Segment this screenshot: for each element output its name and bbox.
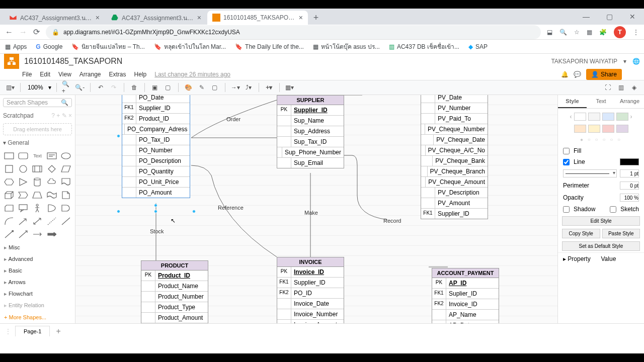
shape-cloud[interactable] [46,176,58,188]
menu-help[interactable]: Help [134,71,147,78]
zoom-out[interactable]: 🔍- [75,82,85,93]
shape-cube[interactable] [3,190,15,201]
shape-ellipse[interactable] [60,150,72,161]
entity-row[interactable]: PKInvoice_ID [277,267,344,278]
entity-row[interactable]: AP_Name [432,310,499,320]
edge-label-stock[interactable]: Stock [150,228,164,234]
shape-hexagon[interactable] [3,176,15,188]
shadow-btn[interactable]: ▢ [210,82,220,93]
swatch[interactable] [602,113,614,121]
sketch-checkbox[interactable] [610,206,616,213]
shape-thick[interactable] [46,229,58,240]
entity-pv[interactable]: PV_DatePV_NumberPV_Paid_ToPV_Cheque_Numb… [421,95,488,219]
browser-tab[interactable]: AC437_Asssignment3.นาย - Invit × [4,11,105,25]
shape-biarrow[interactable] [31,216,43,227]
comment-icon[interactable]: 💬 [574,71,581,78]
page-tab[interactable]: Page-1 [15,326,50,336]
menu-file[interactable]: File [22,71,32,78]
document-title[interactable]: 1610101485_TAKSAPORN [24,57,122,66]
entity-row[interactable]: FK1Supplier_ID [421,209,488,219]
entity-row[interactable]: PV_Number [421,103,488,114]
category-entity[interactable]: Entity Relation [0,300,75,311]
sidebar-toggle[interactable]: ▥▾ [5,82,15,93]
menu-view[interactable]: View [58,71,71,78]
bookmark[interactable]: ◆SAP [468,43,488,50]
delete-button[interactable]: 🗑 [129,82,139,93]
entity-row[interactable]: Invoice_Date [277,299,344,309]
shape-rounded[interactable] [17,150,29,161]
close-icon[interactable]: × [299,14,303,22]
entity-row[interactable]: PKProduct_ID [141,270,208,281]
shape-link[interactable] [31,229,43,240]
entity-row[interactable]: PO_Unit_Price [122,177,190,188]
swatch[interactable] [588,125,600,133]
general-header[interactable]: ▾ General [0,137,75,148]
entity-invoice[interactable]: INVOICEPKInvoice_IDFK1Supplier_IDFK2PO_I… [277,257,344,323]
tab-text[interactable]: Text [587,95,615,108]
reader-icon[interactable]: ▦ [587,29,592,36]
fullscreen-icon[interactable]: ⛶ [603,82,613,93]
line-color[interactable]: ✎ [197,82,207,93]
edge-label-make[interactable]: Make [304,210,318,216]
extensions-icon[interactable]: 🧩 [599,29,607,36]
fill-checkbox[interactable] [563,148,570,154]
entity-row[interactable]: PV_Cheque_Number [421,124,488,135]
entity-row[interactable]: Sup_Tax_ID [277,137,344,147]
dropdown-icon[interactable]: ▾ [48,84,51,91]
fill-color[interactable]: 🎨 [184,82,194,93]
swatch[interactable] [588,113,600,121]
opacity-input[interactable] [620,194,639,202]
swatch[interactable] [602,125,614,133]
share-button[interactable]: 👤Share [586,69,622,80]
to-back[interactable]: ▢ [163,82,173,93]
shape-dashed[interactable] [46,216,58,227]
category-arrows[interactable]: Arrows [0,277,75,288]
close-icon[interactable]: × [96,14,100,22]
entity-row[interactable]: FK1Suplier_ID [432,289,499,299]
entity-row[interactable]: Sup_Email [277,158,344,168]
property-header[interactable]: ▸ PropertyValue [558,252,644,265]
shape-circle[interactable] [17,163,29,174]
star-icon[interactable]: ☆ [574,29,580,36]
entity-row[interactable]: Sup_Phone_Number [277,147,344,158]
browser-tab[interactable]: AC437_Asssignment3.นาย_28.ม × [106,11,206,25]
shape-diamond[interactable] [46,163,58,174]
entity-row[interactable]: PV_Cheque_Date [421,135,488,145]
bell-icon[interactable]: 🔔 [561,71,569,78]
shape-or[interactable] [46,203,58,214]
category-flowchart[interactable]: Flowchart [0,288,75,300]
entity-header[interactable]: PRODUCT [141,261,208,270]
entity-row[interactable]: PO_Tax_ID [122,135,190,145]
entity-header[interactable]: ACCOUNT_PAYMENT [432,268,499,278]
perimeter-input[interactable] [620,182,639,190]
profile-avatar[interactable]: T [614,26,626,38]
entity-row[interactable]: PV_Description [421,188,488,198]
shape-rect[interactable] [3,150,15,161]
entity-row[interactable]: PO_Company_Adress [122,124,190,135]
shape-triangle[interactable] [17,176,29,188]
entity-po[interactable]: PO_DateFK1Supplier_IDFK2Product_IDPO_Com… [122,95,190,198]
entity-row[interactable]: Invoice_Number [277,309,344,320]
shape-note[interactable] [60,190,72,201]
copy-style-button[interactable]: Copy Style [562,229,600,238]
last-change[interactable]: Last change 26 minutes ago [154,71,230,78]
shape-textbox[interactable] [46,150,58,161]
shape-parallelogram[interactable] [60,163,72,174]
entity-row[interactable]: Sup_Address [277,126,344,137]
menu-extras[interactable]: Extras [109,71,126,78]
entity-row[interactable]: PV_Cheque_Amount [421,177,488,188]
search-shapes-input[interactable]: Search Shapes🔍 [3,98,72,107]
paste-style-button[interactable]: Paste Style [602,229,640,238]
menu-arrange[interactable]: Arrange [79,71,101,78]
table-button[interactable]: ▦▾ [285,82,295,93]
shape-cylinder[interactable] [31,176,43,188]
connection[interactable]: →▾ [230,82,240,93]
entity-row[interactable]: PKAP_ID [432,278,499,289]
line-width-input[interactable] [620,169,639,177]
forward-button[interactable]: → [19,28,27,37]
scratchpad-drop[interactable]: Drag elements here [3,123,72,135]
entity-row[interactable]: Product_Type [141,302,208,313]
category-advanced[interactable]: Advanced [0,253,75,265]
collapse-icon[interactable]: ◈ [629,82,639,93]
install-icon[interactable]: ⬓ [547,29,552,36]
